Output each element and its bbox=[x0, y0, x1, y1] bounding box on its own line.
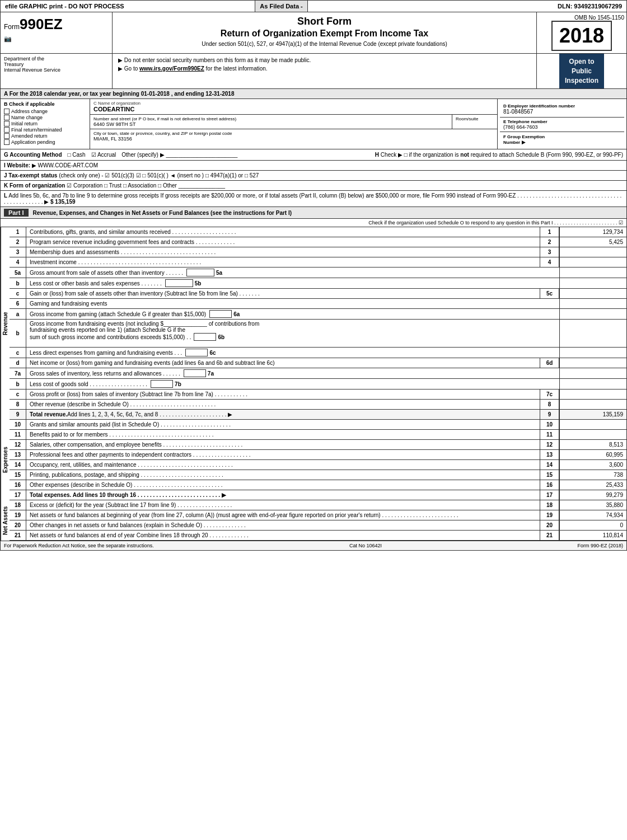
final-return-item: Final return/terminated bbox=[4, 127, 86, 133]
row-2-boxnum: 2 bbox=[540, 237, 559, 247]
row-5a: 5a Gross amount from sale of assets othe… bbox=[10, 268, 626, 278]
org-info-right: D Employer identification number 81-0848… bbox=[498, 99, 626, 149]
street-cell: Number and street (or P O box, if mail i… bbox=[90, 115, 452, 129]
section-a-text: A For the 2018 calendar year, or tax yea… bbox=[4, 91, 234, 97]
footer: For Paperwork Reduction Act Notice, see … bbox=[1, 541, 626, 550]
notice-right: Open to Public Inspection bbox=[537, 54, 626, 88]
revenue-side-label: Revenue bbox=[1, 227, 10, 420]
phone-value: (786) 664-7603 bbox=[503, 124, 621, 130]
row-5c-value bbox=[559, 289, 626, 298]
form-org-row: K Form of organization ☑ Corporation □ T… bbox=[1, 181, 626, 191]
row-12: 12 Salaries, other compensation, and emp… bbox=[10, 440, 626, 450]
org-info-center: C Name of organization CODEARTINC Number… bbox=[90, 99, 498, 149]
box-6a bbox=[209, 310, 232, 318]
row-8: 8 Other revenue (describe in Schedule O)… bbox=[10, 400, 626, 410]
row-1-value: 129,734 bbox=[559, 227, 626, 237]
row-21-value: 110,814 bbox=[559, 531, 626, 540]
tax-exempt-text: (check only one) - ☑ 501(c)(3) ☑ □ 501(c… bbox=[59, 172, 259, 179]
revenue-rows: 1 Contributions, gifts, grants, and simi… bbox=[10, 227, 626, 268]
footer-cat: Cat No 10642I bbox=[349, 543, 382, 548]
box-6c bbox=[185, 349, 208, 356]
row-18-value: 35,880 bbox=[559, 500, 626, 510]
header-left: Form990EZ 📷 bbox=[1, 12, 113, 53]
initial-return-checkbox bbox=[4, 121, 10, 126]
row-1-boxnum: 1 bbox=[540, 227, 559, 237]
accrual-option: ☑ Accrual bbox=[91, 152, 116, 158]
row-7a-num: 7a bbox=[10, 368, 26, 378]
header-center: Short Form Return of Organization Exempt… bbox=[113, 12, 537, 53]
row-7c-boxnum: 7c bbox=[540, 390, 559, 399]
row-5b-desc: Less cost or other basis and sales expen… bbox=[26, 278, 559, 288]
box-6b bbox=[194, 333, 216, 341]
row-1-num: 1 bbox=[10, 227, 26, 237]
short-form-title: Short Form bbox=[118, 16, 531, 27]
row-6-value bbox=[559, 299, 626, 308]
open-to-inspection: Open to Public Inspection bbox=[559, 54, 604, 88]
row-6-header: 6 Gaming and fundraising events bbox=[10, 299, 626, 309]
header-right: OMB No 1545-1150 2018 bbox=[537, 12, 626, 53]
row-6a-desc: Gross income from gaming (attach Schedul… bbox=[26, 309, 559, 319]
header-section: Form990EZ 📷 Short Form Return of Organiz… bbox=[1, 12, 626, 54]
row-7a-desc: Gross sales of inventory, less returns a… bbox=[26, 368, 559, 378]
street-label: Number and street (or P O box, if mail i… bbox=[93, 116, 448, 121]
other-option: Other (specify) ▶ ______________________… bbox=[121, 152, 237, 158]
form-org-label: K Form of organization bbox=[4, 182, 65, 189]
row-17: 17 Total expenses. Add lines 10 through … bbox=[10, 490, 626, 500]
org-name-value: CODEARTINC bbox=[93, 106, 494, 112]
row-2: 2 Program service revenue including gove… bbox=[10, 237, 626, 247]
row-6-desc: Gaming and fundraising events bbox=[26, 299, 559, 308]
org-name-row: C Name of organization CODEARTINC bbox=[90, 99, 497, 115]
row-18: 18 Excess or (deficit) for the year (Sub… bbox=[10, 500, 626, 510]
website-label: I Website: bbox=[4, 162, 30, 168]
row-5c-desc: Gain or (loss) from sale of assets other… bbox=[26, 289, 540, 298]
row-15-desc: Printing, publications, postage, and shi… bbox=[26, 470, 540, 480]
website-row: I Website: ▶ WWW.CODE-ART.COM bbox=[1, 161, 626, 171]
add-lines-text: L Add lines 5b, 6c, and 7b to line 9 to … bbox=[4, 193, 621, 205]
row-3: 3 Membership dues and assessments . . . … bbox=[10, 247, 626, 257]
row-6-num: 6 bbox=[10, 299, 26, 308]
row-7c-letter: c bbox=[10, 390, 26, 399]
h-check-section: H Check ▶ □ if the organization is not r… bbox=[375, 152, 623, 158]
row-4-boxnum: 4 bbox=[540, 257, 559, 267]
row-6d-boxnum: 6d bbox=[540, 358, 559, 368]
row-7a: 7a Gross sales of inventory, less return… bbox=[10, 368, 626, 379]
row-14-boxnum: 14 bbox=[540, 460, 559, 470]
expenses-side-label: Expenses bbox=[1, 420, 10, 500]
main-form: Form990EZ 📷 Short Form Return of Organiz… bbox=[0, 12, 627, 551]
row-4-value bbox=[559, 257, 626, 267]
employer-id-label: D Employer identification number bbox=[503, 104, 621, 109]
expenses-section-wrapper: Expenses 10 Grants and similar amounts p… bbox=[1, 420, 626, 500]
address-change-checkbox bbox=[4, 109, 10, 114]
top-bar-left-text: efile GRAPHIC print - DO NOT PROCESS bbox=[1, 1, 255, 12]
row-15-value: 738 bbox=[559, 470, 626, 480]
check-applicable-label: B Check if applicable bbox=[4, 101, 86, 107]
group-exemption-section: F Group ExemptionNumber ▶ bbox=[500, 132, 624, 147]
footer-left: For Paperwork Reduction Act Notice, see … bbox=[4, 543, 154, 548]
revenue-section-wrapper: Revenue 1 Contributions, gifts, grants, … bbox=[1, 227, 626, 420]
row-6a-letter: a bbox=[10, 309, 26, 319]
row-12-value: 8,513 bbox=[559, 440, 626, 449]
amended-return-checkbox bbox=[4, 133, 10, 139]
row-6b: b Gross income from fundraising events (… bbox=[10, 320, 626, 348]
org-name-label: C Name of organization bbox=[93, 101, 494, 106]
row-17-boxnum: 17 bbox=[540, 490, 559, 500]
row-20-num: 20 bbox=[10, 520, 26, 530]
row-16-boxnum: 16 bbox=[540, 480, 559, 490]
tax-exempt-row: J Tax-exempt status (check only one) - ☑… bbox=[1, 171, 626, 181]
phone-label: E Telephone number bbox=[503, 119, 621, 124]
row-11-boxnum: 11 bbox=[540, 430, 559, 439]
application-pending-checkbox bbox=[4, 139, 10, 145]
row-17-desc: Total expenses. Add lines 10 through 16 … bbox=[26, 490, 540, 500]
corporation-option: ☑ Corporation bbox=[67, 182, 102, 189]
row-15-num: 15 bbox=[10, 470, 26, 480]
row-7b-letter: b bbox=[10, 379, 26, 389]
return-title: Return of Organization Exempt From Incom… bbox=[118, 29, 531, 39]
row-20-desc: Other changes in net assets or fund bala… bbox=[26, 520, 540, 530]
row-7b-desc: Less cost of goods sold . . . . . . . . … bbox=[26, 379, 559, 389]
tax-year: 2018 bbox=[551, 21, 612, 51]
row-16-num: 16 bbox=[10, 480, 26, 490]
row-9: 9 Total revenue. Add lines 1, 2, 3, 4, 5… bbox=[10, 410, 626, 420]
row-3-boxnum: 3 bbox=[540, 247, 559, 257]
h-check-label: H Check ▶ □ if the organization is not r… bbox=[375, 152, 623, 158]
row-9-boxnum: 9 bbox=[540, 410, 559, 419]
